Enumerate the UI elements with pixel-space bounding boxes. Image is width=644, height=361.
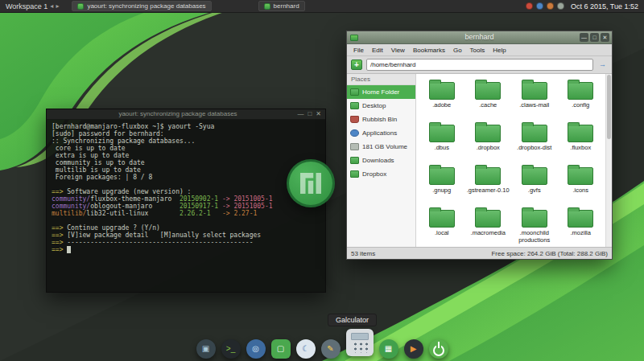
place-applications[interactable]: Applications [347, 126, 415, 140]
close-button[interactable]: ✕ [316, 110, 321, 117]
folder-item[interactable]: .mozilla [558, 204, 605, 247]
file-manager-task-icon [264, 3, 270, 10]
workspace-prev-icon[interactable]: ◂ [50, 2, 53, 10]
network-icon[interactable] [536, 2, 543, 10]
folder-label: .gnupg [432, 187, 451, 195]
menu-item-tools[interactable]: Tools [466, 47, 489, 54]
folder-icon [429, 82, 455, 100]
applications-icon [350, 129, 359, 137]
dock-icon-file-manager[interactable]: ▢ [271, 339, 291, 359]
folder-grid: .adobe.cache.claws-mail.config.dbus.drop… [416, 74, 612, 247]
place-181-gb-volume[interactable]: 181 GB Volume [347, 140, 415, 154]
folder-item[interactable]: .icons [558, 162, 605, 204]
notification-icon[interactable] [547, 2, 554, 10]
menu-item-go[interactable]: Go [449, 47, 466, 54]
terminal-line: extra is up to date [52, 152, 320, 159]
folder-item[interactable]: .macromedia [465, 204, 512, 247]
text-editor-icon: ✎ [327, 345, 333, 353]
folder-item[interactable]: .cache [465, 76, 512, 119]
manjaro-logo-glyph [300, 173, 321, 194]
place-label: Applications [362, 129, 397, 137]
minimize-button[interactable]: — [580, 33, 588, 42]
place-desktop[interactable]: Desktop [347, 99, 415, 113]
dock-icon-system-monitor[interactable]: ▣ [196, 339, 216, 359]
place-home-folder[interactable]: Home Folder [347, 85, 415, 99]
menu-item-edit[interactable]: Edit [368, 47, 387, 54]
menu-item-file[interactable]: File [349, 47, 368, 54]
menu-item-help[interactable]: Help [489, 47, 510, 54]
terminal-titlebar[interactable]: yaourt: synchronizing package databases … [47, 109, 325, 120]
dock-icon-app-launcher[interactable]: ▦ [379, 339, 398, 359]
taskbar-item-yaourt[interactable]: yaourt: synchronizing package databases [72, 1, 211, 11]
folder-icon [475, 82, 501, 100]
folder-item[interactable]: .adobe [419, 76, 465, 119]
minimize-button[interactable]: — [297, 110, 303, 117]
taskbar-item-bernhard[interactable]: bernhard [258, 1, 305, 11]
place-label: Home Folder [362, 88, 399, 96]
terminal-text: ==> [52, 188, 67, 195]
maximize-button[interactable]: □ [590, 33, 599, 42]
dock-icon-power[interactable] [429, 339, 448, 359]
place-downloads[interactable]: Downloads [347, 154, 415, 167]
path-input[interactable]: /home/bernhard [366, 59, 593, 71]
terminal-body[interactable]: [bernhard@manjaro-fluxbox ~]$ yaourt -Sy… [47, 120, 325, 256]
terminal-text: [sudo] password for bernhard: [52, 130, 164, 137]
terminal-text: -> [210, 210, 233, 217]
clock: Oct 6 2015, Tue 1:52 [571, 2, 638, 10]
terminal-line: ==> [52, 246, 320, 253]
folder-item[interactable]: .moonchild productions [511, 204, 558, 247]
terminal-line: multilib/lib32-util-linux 2.26.2-1 -> 2.… [52, 210, 320, 217]
terminal-text: ==> [52, 239, 67, 246]
workspace-indicator[interactable]: Workspace 1 [6, 2, 47, 10]
folder-item[interactable]: .gstreamer-0.10 [465, 162, 512, 204]
terminal-line: community/oblogout-manjaro 20150917-1 ->… [52, 203, 320, 210]
folder-item[interactable]: .gnupg [419, 162, 465, 204]
terminal-line: ==> ------------------------------------… [52, 239, 320, 246]
folder-item[interactable]: .claws-mail [511, 76, 558, 119]
folder-item[interactable]: .gvfs [511, 162, 558, 204]
folder-item[interactable]: .local [419, 204, 465, 247]
place-dropbox[interactable]: Dropbox [347, 167, 415, 181]
scrollbar-thumb[interactable] [607, 75, 611, 139]
dock-icon-palemoon[interactable]: ☾ [296, 339, 316, 359]
place-label: Rubbish Bin [362, 116, 397, 123]
dock-icon-calculator[interactable] [346, 329, 374, 356]
dock-icon-media-player[interactable]: ▶ [404, 339, 423, 359]
terminal-text: community/ [52, 195, 90, 203]
dock-icon-terminal[interactable]: >_ [221, 339, 241, 359]
volume-icon[interactable] [557, 2, 564, 10]
workspace-next-icon[interactable]: ▸ [56, 2, 59, 10]
menu-item-view[interactable]: View [387, 47, 409, 54]
folder-item[interactable]: .dropbox-dist [511, 119, 558, 162]
terminal-text: fluxbox-theme-manjaro [90, 195, 180, 203]
manjaro-logo [287, 159, 335, 207]
maximize-button[interactable]: □ [308, 110, 312, 117]
power-icon [436, 342, 441, 348]
go-button[interactable]: → [597, 59, 608, 70]
update-indicator-icon[interactable] [526, 2, 533, 10]
dock-icon-browser[interactable]: ◎ [246, 339, 266, 359]
dock-icon-text-editor[interactable]: ✎ [321, 339, 341, 359]
folder-item[interactable]: .dropbox [465, 119, 512, 162]
system-monitor-icon: ▣ [202, 345, 209, 353]
places-sidebar: Places Home FolderDesktopRubbish BinAppl… [347, 74, 416, 247]
place-label: Desktop [362, 102, 386, 109]
menu-item-bookmarks[interactable]: Bookmarks [409, 47, 449, 54]
close-button[interactable]: ✕ [601, 33, 609, 42]
file-manager-titlebar[interactable]: bernhard — □ ✕ [347, 31, 612, 44]
terminal-line: multilib is up to date [52, 166, 320, 174]
terminal-text: 20151005-1 [233, 203, 272, 210]
new-tab-button[interactable]: + [351, 59, 362, 70]
folder-label: .gvfs [528, 187, 541, 195]
place-rubbish-bin[interactable]: Rubbish Bin [347, 113, 415, 126]
terminal-text: 20150917-1 [180, 203, 218, 210]
folder-item[interactable]: .config [558, 76, 605, 119]
folder-item[interactable]: .fluxbox [558, 119, 605, 162]
folder-item[interactable]: .dbus [419, 119, 465, 162]
terminal-line: community is up to date [52, 159, 320, 166]
terminal-line: ==> [V]iew package detail [M]anually sel… [52, 232, 320, 239]
folder-icon [429, 210, 455, 228]
vertical-scrollbar[interactable] [605, 74, 612, 247]
folder-icon [522, 167, 547, 185]
terminal-line: :: Synchronizing package databases... [52, 137, 320, 145]
